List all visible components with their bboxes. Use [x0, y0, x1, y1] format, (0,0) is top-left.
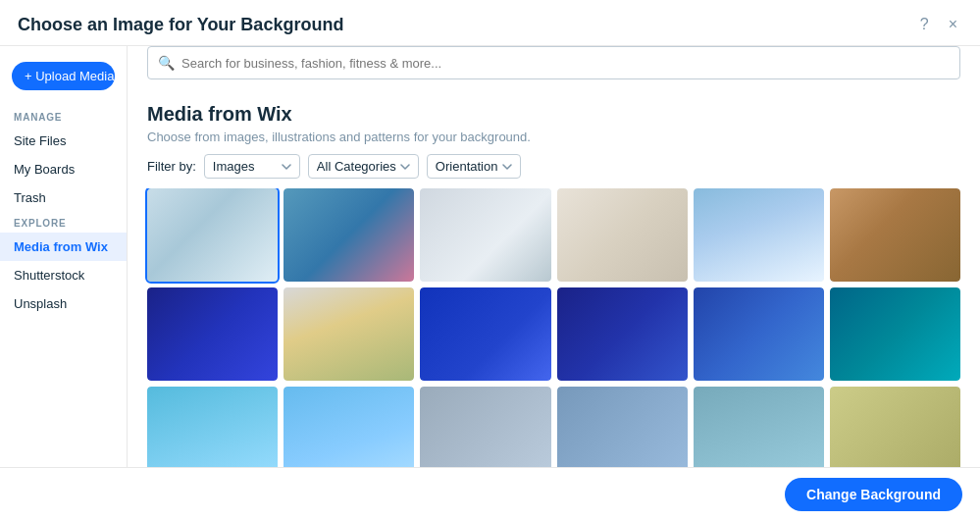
gallery-item[interactable] — [420, 188, 550, 282]
search-bar: 🔍 — [147, 46, 960, 79]
manage-section-label: MANAGE — [0, 106, 127, 127]
search-icon: 🔍 — [158, 55, 175, 71]
sidebar-item-trash[interactable]: Trash — [0, 183, 127, 212]
gallery-item[interactable] — [694, 387, 824, 467]
category-filter[interactable]: All Categories Nature People Architectur… — [308, 154, 419, 179]
sidebar-item-shutterstock[interactable]: Shutterstock — [0, 261, 127, 289]
footer-bar: Change Background — [0, 467, 980, 521]
gallery-item[interactable] — [694, 287, 824, 381]
content-subtitle: Choose from images, illustrations and pa… — [147, 130, 960, 144]
gallery-item[interactable] — [284, 387, 414, 467]
gallery-scroll — [128, 188, 980, 467]
unsplash-label: Unsplash — [14, 296, 67, 311]
content-header: Media from Wix Choose from images, illus… — [128, 87, 980, 154]
gallery-item[interactable] — [557, 387, 688, 467]
site-files-label: Site Files — [14, 133, 66, 148]
upload-media-button[interactable]: + Upload Media — [12, 62, 115, 90]
gallery-item[interactable] — [694, 188, 824, 282]
gallery-item[interactable] — [420, 387, 550, 467]
dialog-title: Choose an Image for Your Background — [18, 15, 343, 35]
help-button[interactable]: ? — [915, 14, 934, 35]
search-input[interactable] — [181, 56, 950, 71]
sidebar-item-unsplash[interactable]: Unsplash — [0, 289, 127, 318]
sidebar-item-my-boards[interactable]: My Boards — [0, 155, 127, 183]
sidebar-item-site-files[interactable]: Site Files — [0, 127, 127, 155]
trash-label: Trash — [14, 190, 46, 205]
gallery-grid — [147, 188, 960, 467]
media-from-wix-label: Media from Wix — [14, 239, 108, 254]
filter-by-label: Filter by: — [147, 159, 196, 174]
gallery-item[interactable] — [557, 188, 688, 282]
sidebar-item-media-from-wix[interactable]: Media from Wix — [0, 233, 127, 261]
gallery-item[interactable] — [147, 188, 278, 282]
gallery-item[interactable] — [830, 188, 960, 282]
gallery-item[interactable] — [147, 387, 278, 467]
filters-row: Filter by: Images Videos Illustrations A… — [128, 154, 980, 188]
gallery-item[interactable] — [147, 287, 278, 381]
gallery-item[interactable] — [420, 287, 550, 381]
my-boards-label: My Boards — [14, 162, 75, 177]
gallery-item[interactable] — [284, 188, 414, 282]
type-filter[interactable]: Images Videos Illustrations — [204, 154, 300, 179]
change-background-button[interactable]: Change Background — [785, 478, 962, 511]
gallery-item[interactable] — [557, 287, 688, 381]
gallery-item[interactable] — [830, 287, 960, 381]
orientation-filter[interactable]: Orientation Landscape Portrait Square — [427, 154, 521, 179]
sidebar: + Upload Media MANAGE Site Files My Boar… — [0, 46, 128, 467]
title-bar: Choose an Image for Your Background ? × — [0, 0, 980, 46]
content-area: 🔍 Media from Wix Choose from images, ill… — [128, 46, 980, 467]
gallery-item[interactable] — [830, 387, 960, 467]
close-button[interactable]: × — [944, 14, 962, 35]
content-title: Media from Wix — [147, 103, 960, 126]
shutterstock-label: Shutterstock — [14, 268, 84, 283]
gallery-item[interactable] — [284, 287, 414, 381]
explore-section-label: EXPLORE — [0, 212, 127, 233]
